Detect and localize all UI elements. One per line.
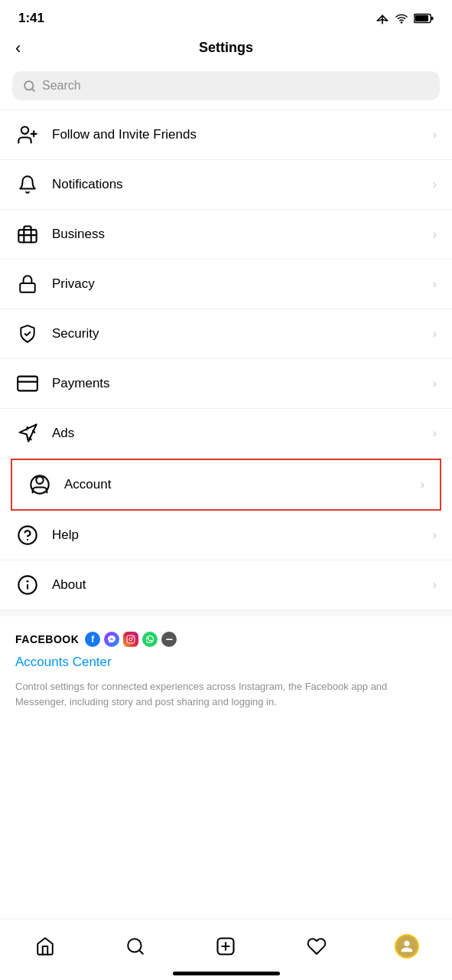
svg-rect-3 xyxy=(431,17,434,21)
about-icon xyxy=(15,573,40,597)
accounts-center-link[interactable]: Accounts Center xyxy=(15,655,437,670)
search-bar[interactable]: Search xyxy=(12,71,440,100)
notifications-icon xyxy=(15,172,40,197)
payments-label: Payments xyxy=(52,376,427,391)
facebook-section: FACEBOOK f – Accounts Center Control set… xyxy=(0,610,452,721)
svg-rect-11 xyxy=(20,283,35,292)
nav-activity[interactable] xyxy=(298,928,335,965)
add-icon xyxy=(215,936,236,957)
whatsapp-icon xyxy=(142,632,158,647)
about-chevron: › xyxy=(433,578,437,592)
ads-icon xyxy=(15,421,40,446)
security-label: Security xyxy=(52,326,427,341)
facebook-description: Control settings for connected experienc… xyxy=(15,679,437,709)
notifications-label: Notifications xyxy=(52,177,427,192)
settings-item-ads[interactable]: Ads › xyxy=(0,409,452,459)
account-label: Account xyxy=(64,477,415,492)
settings-item-business[interactable]: Business › xyxy=(0,210,452,260)
bottom-nav xyxy=(0,919,452,980)
ads-label: Ads xyxy=(52,426,427,441)
nav-profile[interactable] xyxy=(389,928,425,965)
business-chevron: › xyxy=(433,227,437,241)
about-label: About xyxy=(52,577,427,593)
nav-search[interactable] xyxy=(117,928,154,965)
oculus-icon: – xyxy=(161,632,177,647)
settings-item-account[interactable]: Account › xyxy=(12,460,440,509)
svg-line-5 xyxy=(32,88,34,90)
follow-icon xyxy=(15,122,40,147)
svg-point-16 xyxy=(18,526,36,544)
settings-item-payments[interactable]: Payments › xyxy=(0,359,452,409)
svg-point-22 xyxy=(129,638,132,641)
messenger-icon xyxy=(104,632,119,647)
settings-item-help[interactable]: Help › xyxy=(0,511,452,560)
account-chevron: › xyxy=(421,478,424,492)
svg-rect-12 xyxy=(18,377,37,391)
notifications-chevron: › xyxy=(433,178,437,191)
help-icon xyxy=(15,523,40,547)
header: ‹ Settings xyxy=(0,34,452,65)
home-icon xyxy=(35,936,55,956)
facebook-f-icon: f xyxy=(85,632,100,647)
facebook-icons: f – xyxy=(85,632,177,647)
settings-list: Follow and Invite Friends › Notification… xyxy=(0,109,452,610)
search-placeholder: Search xyxy=(42,79,81,93)
battery-icon xyxy=(414,13,434,24)
svg-line-25 xyxy=(139,950,143,954)
svg-rect-21 xyxy=(127,635,135,643)
svg-rect-9 xyxy=(18,230,36,242)
heart-icon xyxy=(307,936,327,956)
help-label: Help xyxy=(52,528,427,543)
nav-home[interactable] xyxy=(27,928,63,965)
nav-add[interactable] xyxy=(207,928,244,965)
settings-item-follow[interactable]: Follow and Invite Friends › xyxy=(0,110,452,160)
help-chevron: › xyxy=(433,528,437,542)
status-icons xyxy=(376,11,434,25)
privacy-chevron: › xyxy=(433,277,437,291)
payments-chevron: › xyxy=(433,377,437,390)
svg-point-14 xyxy=(36,477,43,484)
wifi-icon xyxy=(394,12,409,24)
svg-point-23 xyxy=(132,637,134,639)
airplane-icon xyxy=(376,11,389,25)
follow-label: Follow and Invite Friends xyxy=(52,127,427,142)
search-container: Search xyxy=(0,65,452,109)
privacy-label: Privacy xyxy=(52,276,427,292)
facebook-header: FACEBOOK f – xyxy=(15,632,437,647)
home-indicator xyxy=(173,972,280,975)
settings-item-privacy[interactable]: Privacy › xyxy=(0,260,452,309)
settings-item-security[interactable]: Security › xyxy=(0,309,452,359)
privacy-icon xyxy=(15,272,40,296)
settings-item-notifications[interactable]: Notifications › xyxy=(0,160,452,210)
nav-search-icon xyxy=(125,936,145,956)
instagram-icon xyxy=(123,632,138,647)
security-icon xyxy=(15,322,40,346)
svg-rect-2 xyxy=(415,15,428,21)
security-chevron: › xyxy=(433,327,437,341)
status-bar: 1:41 xyxy=(0,0,452,34)
ads-chevron: › xyxy=(433,426,437,440)
profile-avatar xyxy=(395,934,419,959)
svg-point-15 xyxy=(31,475,48,493)
svg-point-6 xyxy=(21,127,28,134)
follow-chevron: › xyxy=(433,128,437,142)
settings-item-about[interactable]: About › xyxy=(0,560,452,610)
payments-icon xyxy=(15,371,40,396)
svg-point-0 xyxy=(401,22,402,23)
back-button[interactable]: ‹ xyxy=(15,38,21,58)
business-icon xyxy=(15,222,40,247)
status-time: 1:41 xyxy=(18,11,44,26)
search-icon xyxy=(23,80,36,93)
account-icon xyxy=(28,472,52,497)
facebook-title: FACEBOOK xyxy=(15,633,79,645)
business-label: Business xyxy=(52,227,427,242)
page-title: Settings xyxy=(199,40,253,56)
